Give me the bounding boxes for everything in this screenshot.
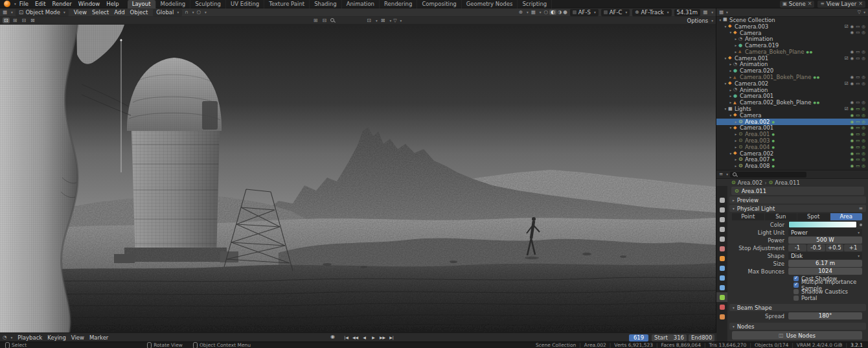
viewport-menu-item[interactable]: Select <box>89 9 111 16</box>
viewport-menu-item[interactable]: Add <box>111 9 127 16</box>
disable-viewport-icon[interactable] <box>856 24 860 29</box>
properties-tab[interactable] <box>716 292 727 302</box>
workspace-tab[interactable]: Compositing <box>417 0 461 8</box>
expand-arrow-icon[interactable]: ▸ <box>728 88 733 92</box>
editor-type-icon[interactable] <box>3 10 7 15</box>
focus-distance-field[interactable]: 54.31m <box>674 9 701 16</box>
transport-button[interactable] <box>360 334 369 341</box>
properties-tab[interactable] <box>716 224 727 234</box>
light-color-swatch[interactable] <box>788 221 857 228</box>
properties-tab[interactable] <box>716 205 727 215</box>
disable-render-icon[interactable] <box>862 145 865 150</box>
disable-viewport-icon[interactable] <box>856 145 860 150</box>
menu-item[interactable]: Window <box>75 1 104 7</box>
breadcrumb-data[interactable]: Area.011 <box>775 180 800 186</box>
expand-arrow-icon[interactable]: ▸ <box>728 94 733 98</box>
outliner-row[interactable]: ▸ Area.008 ● <box>716 163 868 169</box>
unlink-scene-icon[interactable] <box>808 1 812 6</box>
properties-editor-icon[interactable] <box>719 172 723 177</box>
workspace-tab[interactable]: Scripting <box>518 0 552 8</box>
disable-render-icon[interactable] <box>862 24 865 29</box>
spread-field[interactable]: 180° <box>788 312 862 319</box>
workspace-tab[interactable]: Texture Paint <box>264 0 310 8</box>
checkbox[interactable] <box>794 283 799 288</box>
exclude-checkbox-icon[interactable] <box>845 106 849 111</box>
exclude-checkbox-icon[interactable] <box>845 24 849 29</box>
properties-tab[interactable] <box>716 253 727 263</box>
mesh-edit-options-icon[interactable] <box>380 17 387 23</box>
transport-button[interactable] <box>351 334 360 341</box>
disable-viewport-icon[interactable] <box>856 100 860 105</box>
properties-tab[interactable] <box>716 273 727 283</box>
expand-arrow-icon[interactable]: ▸ <box>733 145 738 149</box>
hide-eye-icon[interactable] <box>851 106 854 111</box>
outliner-row[interactable]: ▸ Camera.019 <box>716 42 868 49</box>
rendered-shading-icon[interactable] <box>563 10 567 15</box>
view-layer-selector[interactable]: View Layer <box>817 1 865 8</box>
hide-eye-icon[interactable] <box>851 113 854 118</box>
outliner-row[interactable]: ▾ Camera.003 <box>716 23 868 30</box>
outliner-row[interactable]: ▸ Camera.001 <box>716 93 868 100</box>
expand-arrow-icon[interactable]: ▸ <box>733 43 738 47</box>
outliner-row[interactable]: ▾ Camera.001 <box>716 55 868 62</box>
expand-arrow-icon[interactable]: ▾ <box>723 82 728 86</box>
af-continuous-button[interactable]: AF-C▾ <box>601 9 630 16</box>
menu-item[interactable]: Help <box>103 1 122 7</box>
expand-arrow-icon[interactable]: ▾ <box>718 18 723 22</box>
disable-viewport-icon[interactable] <box>856 125 860 130</box>
workspace-tab[interactable]: UV Editing <box>226 0 264 8</box>
current-frame-field[interactable]: 619 <box>629 334 648 342</box>
light-type-button[interactable]: Sun <box>765 213 797 220</box>
stop-adjust-button[interactable]: +0.5 <box>826 244 844 251</box>
animate-property-icon[interactable] <box>860 224 862 226</box>
hide-eye-icon[interactable] <box>851 49 854 54</box>
hide-eye-icon[interactable] <box>851 163 854 168</box>
disable-viewport-icon[interactable] <box>856 49 860 54</box>
hide-eye-icon[interactable] <box>851 132 854 137</box>
transport-button[interactable] <box>342 334 350 341</box>
checkbox[interactable] <box>794 276 799 281</box>
stop-adjust-button[interactable]: +1 <box>844 244 862 251</box>
blender-logo-icon[interactable] <box>4 1 10 7</box>
expand-arrow-icon[interactable]: ▾ <box>728 126 733 130</box>
disable-viewport-icon[interactable] <box>856 113 860 118</box>
wireframe-shading-icon[interactable] <box>544 10 549 15</box>
gizmos-icon[interactable] <box>519 10 523 15</box>
outliner-row[interactable]: ▸ Animation <box>716 36 868 42</box>
outliner-row[interactable]: ▸ Area.007 ● <box>716 157 868 163</box>
max-bounces-field[interactable]: 1024 <box>788 268 862 275</box>
expand-arrow-icon[interactable]: ▸ <box>733 132 738 136</box>
properties-search[interactable] <box>730 172 806 178</box>
frame-end-field[interactable]: End 800 <box>689 334 714 342</box>
beam-shape-section-header[interactable]: ▾ Beam Shape <box>729 304 866 311</box>
hide-eye-icon[interactable] <box>851 100 854 105</box>
filter-icon[interactable] <box>393 18 396 23</box>
remove-view-layer-icon[interactable] <box>858 1 863 6</box>
workspace-tab[interactable]: Animation <box>342 0 380 8</box>
outliner-row[interactable]: ▾ Camera <box>716 112 868 119</box>
disable-render-icon[interactable] <box>862 49 865 54</box>
frame-start-field[interactable]: Start 316 <box>652 334 687 342</box>
presets-icon[interactable] <box>859 206 863 211</box>
timeline-menu-item[interactable]: Marker <box>87 334 111 341</box>
visibility-toggle-icon[interactable] <box>312 17 319 23</box>
expand-arrow-icon[interactable]: ▸ <box>728 75 733 79</box>
timeline-menu-item[interactable]: Keying <box>45 334 69 341</box>
disable-render-icon[interactable] <box>862 30 865 35</box>
properties-tab[interactable] <box>716 302 727 312</box>
mode-dropdown[interactable]: Object Mode ▾ <box>16 9 69 16</box>
disable-render-icon[interactable] <box>862 157 865 162</box>
use-nodes-button[interactable]: Use Nodes <box>732 331 862 340</box>
solid-shading-icon[interactable] <box>549 10 556 15</box>
light-unit-dropdown[interactable]: Power▾ <box>788 229 862 236</box>
auto-keying-toggle[interactable] <box>330 334 335 340</box>
stop-adjust-button[interactable]: -0.5 <box>807 244 825 251</box>
disable-render-icon[interactable] <box>862 132 865 137</box>
workspace-tab[interactable]: Modeling <box>156 0 191 8</box>
disable-viewport-icon[interactable] <box>856 132 860 137</box>
disable-render-icon[interactable] <box>862 119 865 124</box>
display-dropdown-icon[interactable] <box>365 17 372 23</box>
shape-dropdown[interactable]: Disk▾ <box>788 252 862 259</box>
properties-tab[interactable] <box>716 215 727 224</box>
properties-tab[interactable] <box>716 312 727 321</box>
